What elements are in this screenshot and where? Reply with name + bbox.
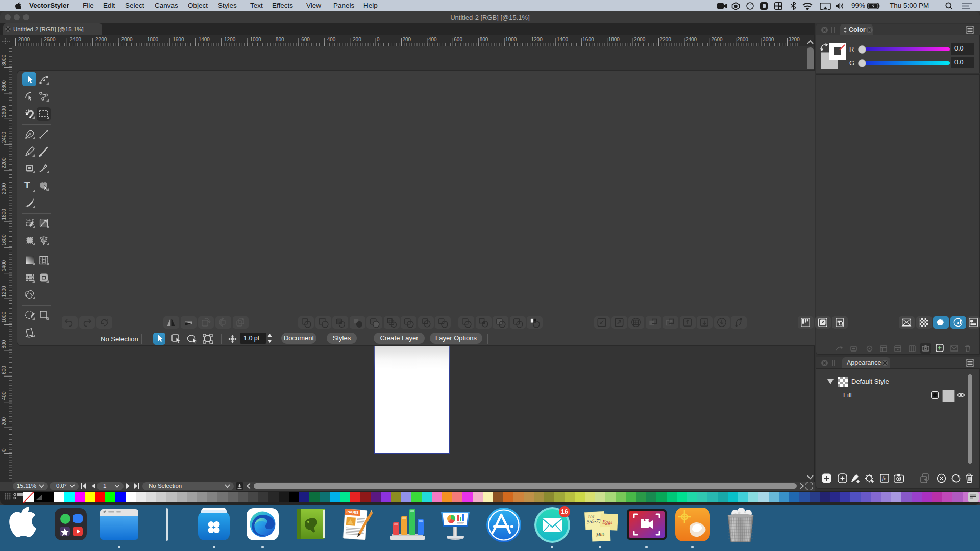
svg-text:-800: -800 (274, 37, 284, 42)
svg-text:600: 600 (1, 366, 7, 374)
svg-text:2000: 2000 (634, 37, 646, 42)
svg-text:200: 200 (403, 37, 411, 42)
svg-text:2800: 2800 (1, 80, 7, 92)
svg-text:Eggs: Eggs (602, 519, 613, 525)
svg-text:-2600: -2600 (42, 37, 56, 42)
svg-text:-2400: -2400 (68, 37, 81, 42)
svg-text:2600: 2600 (1, 106, 7, 117)
svg-text:-2200: -2200 (94, 37, 107, 42)
svg-text:-2000: -2000 (119, 37, 133, 42)
svg-text:1400: 1400 (557, 37, 569, 42)
svg-text:0: 0 (1, 448, 7, 452)
svg-text:3000: 3000 (1, 54, 7, 66)
svg-text:-2800: -2800 (17, 37, 30, 42)
svg-text:2200: 2200 (1, 157, 7, 169)
svg-text:1800: 1800 (1, 209, 7, 220)
svg-text:-1000: -1000 (248, 37, 261, 42)
svg-text:2000: 2000 (1, 183, 7, 194)
svg-text:1200: 1200 (531, 37, 543, 42)
svg-text:600: 600 (454, 37, 462, 42)
svg-text:400: 400 (1, 391, 7, 400)
svg-text:fx: fx (882, 475, 886, 481)
svg-text:-1800: -1800 (145, 37, 159, 42)
svg-text:-200: -200 (351, 37, 361, 42)
svg-text:3200: 3200 (789, 37, 800, 42)
svg-text:Milk: Milk (596, 532, 605, 538)
svg-text:1400: 1400 (1, 260, 7, 272)
svg-text:1200: 1200 (1, 286, 7, 297)
svg-text:3000: 3000 (763, 37, 774, 42)
svg-text:200: 200 (1, 417, 7, 425)
svg-text:1000: 1000 (505, 37, 517, 42)
svg-text:0: 0 (377, 37, 380, 42)
svg-text:-1400: -1400 (197, 37, 210, 42)
svg-text:1600: 1600 (1, 234, 7, 246)
svg-text:-600: -600 (300, 37, 310, 42)
svg-text:2600: 2600 (711, 37, 723, 42)
svg-text:1600: 1600 (582, 37, 594, 42)
svg-text:800: 800 (480, 37, 488, 42)
svg-text:1800: 1800 (608, 37, 620, 42)
svg-text:1000: 1000 (1, 311, 7, 323)
svg-text:800: 800 (1, 340, 7, 348)
svg-text:-400: -400 (325, 37, 335, 42)
svg-text:2400: 2400 (685, 37, 697, 42)
svg-text:400: 400 (428, 37, 437, 42)
svg-text:2200: 2200 (660, 37, 672, 42)
svg-text:-1200: -1200 (223, 37, 236, 42)
svg-text:2800: 2800 (737, 37, 749, 42)
svg-text:-1600: -1600 (171, 37, 184, 42)
svg-text:2400: 2400 (1, 132, 7, 143)
